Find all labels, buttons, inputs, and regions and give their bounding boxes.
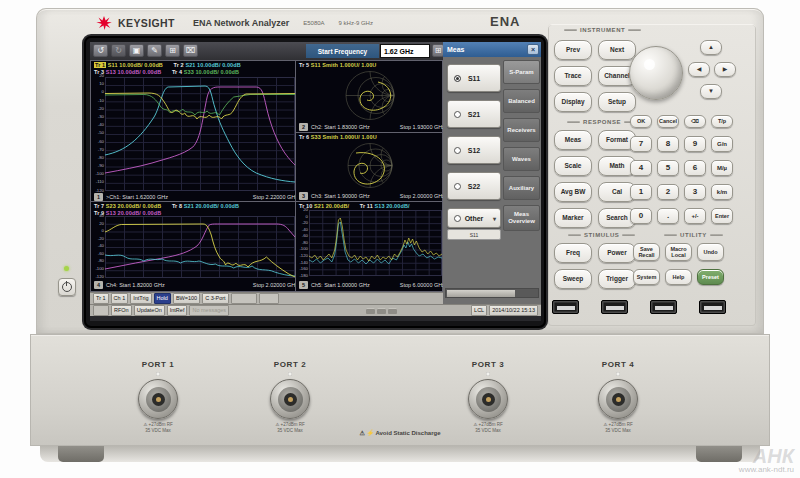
undo-hard-button[interactable]: Undo	[697, 243, 724, 261]
key-plus-minus[interactable]: +/-	[684, 208, 706, 224]
port-4-connector[interactable]	[598, 379, 638, 419]
trace-11-id[interactable]: Tr 11	[360, 203, 373, 209]
tab-balanced[interactable]: Balanced	[503, 89, 540, 113]
avg-bw-button[interactable]: Avg BW	[554, 182, 592, 202]
arrow-up-button[interactable]: ▲	[700, 40, 722, 55]
softkey-s12[interactable]: S12	[447, 136, 501, 164]
screenshot-button[interactable]: ▣	[129, 44, 144, 57]
trace-button[interactable]: Trace	[554, 66, 592, 86]
trace-7-id[interactable]: Tr 7	[94, 203, 104, 209]
tp-button[interactable]: T/p	[711, 115, 733, 128]
display-3[interactable]: Tr 6 S33 Smith 1.000U/ 1.00U 3 Ch3: Star…	[295, 132, 443, 202]
d2-badge[interactable]: 2	[299, 123, 308, 131]
tab-receivers[interactable]: Receivers	[503, 118, 540, 142]
radio-selected-icon	[454, 75, 461, 82]
setup-button[interactable]: Setup	[598, 92, 636, 112]
trace-10-label: S21 20.00dB/	[314, 203, 349, 209]
tab-meas-overview[interactable]: Meas Overview	[503, 205, 540, 231]
cancel-button[interactable]: Cancel	[657, 115, 679, 128]
section-stimulus: STIMULUS	[568, 232, 635, 238]
save-recall-button[interactable]: Save Recall	[633, 243, 660, 261]
trace-4-id[interactable]: Tr 4	[172, 69, 182, 75]
enter-button[interactable]: Enter	[711, 208, 733, 224]
softkey-s21[interactable]: S21	[447, 100, 501, 128]
preset-button[interactable]: Preset	[697, 269, 724, 285]
trace-6-id[interactable]: Tr 6	[299, 134, 309, 140]
d5-badge[interactable]: 5	[299, 281, 308, 289]
display-2[interactable]: Tr 5 S11 Smith 1.000U/ 1.00U 2 Ch2: Star…	[295, 60, 443, 133]
tab-waves[interactable]: Waves	[503, 147, 540, 171]
arrow-left-button[interactable]: ◀	[688, 62, 710, 77]
d3-badge[interactable]: 3	[299, 192, 308, 200]
window-button[interactable]: ⊞	[165, 44, 180, 57]
close-button[interactable]: ×	[527, 44, 539, 55]
key-0[interactable]: 0	[630, 208, 652, 224]
trace-1-id[interactable]: Tr 1	[94, 62, 106, 68]
tab-auxiliary[interactable]: Auxiliary	[503, 176, 540, 200]
scale-button[interactable]: Scale	[554, 156, 592, 176]
d1-badge[interactable]: 1	[94, 193, 103, 201]
key-mega[interactable]: M/µ	[711, 160, 733, 176]
key-5[interactable]: 5	[657, 160, 679, 176]
backspace-button[interactable]: ⌫	[684, 115, 706, 128]
arrow-down-button[interactable]: ▼	[700, 84, 722, 99]
display-1[interactable]: Tr 1 S11 10.00dB/ 0.00dB Tr 2 S21 10.00d…	[90, 60, 296, 202]
system-button[interactable]: System	[633, 269, 660, 285]
help-button[interactable]: Help	[665, 269, 692, 285]
key-giga[interactable]: G/n	[711, 136, 733, 152]
key-3[interactable]: 3	[684, 184, 706, 200]
usb-port[interactable]	[650, 300, 677, 314]
prev-button[interactable]: Prev	[554, 40, 592, 60]
start-frequency-input[interactable]: 1.62 GHz	[380, 44, 430, 58]
key-8[interactable]: 8	[657, 136, 679, 152]
meas-button[interactable]: Meas	[554, 130, 592, 150]
key-kilo[interactable]: k/m	[711, 184, 733, 200]
port-1-connector[interactable]	[138, 379, 178, 419]
status-bandwidth: BW=100	[173, 293, 200, 303]
undo-button[interactable]: ↺	[93, 44, 108, 57]
delete-button[interactable]: ⌧	[183, 44, 198, 57]
key-decimal[interactable]: .	[657, 208, 679, 224]
softkey-s11[interactable]: S11	[447, 64, 501, 92]
ok-button[interactable]: OK	[630, 115, 652, 128]
d4-badge[interactable]: 4	[94, 281, 103, 289]
trace-2-id[interactable]: Tr 2	[174, 62, 184, 68]
marker-button[interactable]: Marker	[554, 208, 592, 228]
scrollbar-thumb[interactable]	[447, 290, 515, 297]
usb-port[interactable]	[601, 300, 628, 314]
port-3-connector[interactable]	[468, 379, 508, 419]
trigger-button[interactable]: Trigger	[598, 269, 636, 289]
freq-button[interactable]: Freq	[554, 243, 592, 263]
d5-footer: 5 Ch5: Start 1.00000 GHz Stop 6.00000 GH…	[296, 280, 448, 290]
power-button[interactable]: Power	[598, 243, 636, 263]
rotary-knob[interactable]	[629, 46, 683, 100]
power-switch[interactable]	[58, 278, 76, 296]
macro-local-button[interactable]: Macro Local	[665, 243, 692, 261]
next-button[interactable]: Next	[598, 40, 636, 60]
tab-s-param[interactable]: S-Param	[503, 60, 540, 84]
key-6[interactable]: 6	[684, 160, 706, 176]
usb-port[interactable]	[552, 300, 579, 314]
softkey-other[interactable]: Other ▾	[447, 208, 501, 228]
softkey-scrollbar[interactable]	[445, 288, 539, 298]
key-4[interactable]: 4	[630, 160, 652, 176]
display-button[interactable]: Display	[554, 92, 592, 112]
port-2-connector[interactable]	[270, 379, 310, 419]
port-warning: ⚠ +27dBm RF35 VDC Max	[473, 422, 502, 433]
arrow-right-button[interactable]: ▶	[714, 62, 736, 77]
display-4[interactable]: Tr 7 S23 20.00dB/ 0.00dB Tr 8 S21 20.00d…	[90, 201, 296, 292]
key-7[interactable]: 7	[630, 136, 652, 152]
redo-button[interactable]: ↻	[111, 44, 126, 57]
sweep-button[interactable]: Sweep	[554, 269, 592, 289]
d5-y-axis: 200-20-40-60-80-100-120-140-160-180	[297, 208, 308, 278]
trace-5-id[interactable]: Tr 5	[299, 62, 309, 68]
annotate-button[interactable]: ✎	[147, 44, 162, 57]
status-reference: IntRef	[167, 305, 188, 315]
key-9[interactable]: 9	[684, 136, 706, 152]
usb-port[interactable]	[699, 300, 726, 314]
display-5[interactable]: Tr 10 S21 20.00dB/ Tr 11 S13 20.00dB/ 20…	[295, 201, 443, 292]
softkey-s22[interactable]: S22	[447, 172, 501, 200]
key-1[interactable]: 1	[630, 184, 652, 200]
trace-8-id[interactable]: Tr 8	[172, 203, 182, 209]
key-2[interactable]: 2	[657, 184, 679, 200]
